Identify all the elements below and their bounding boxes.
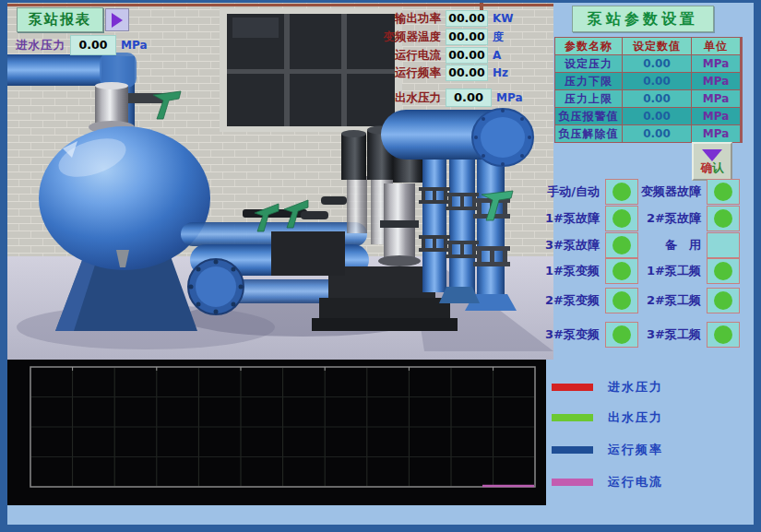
confirm-button[interactable]: 确认 bbox=[692, 142, 732, 181]
param-row-unit: MPa bbox=[692, 55, 740, 72]
trend-chart-grid bbox=[7, 360, 546, 505]
legend-inlet-pressure: 进水压力 bbox=[552, 380, 663, 395]
status-lamp bbox=[714, 325, 732, 344]
legend-outlet-pressure: 出水压力 bbox=[552, 410, 663, 425]
run-current-unit: A bbox=[493, 49, 501, 62]
legend-swatch bbox=[552, 446, 593, 454]
param-row-value[interactable]: 0.00 bbox=[623, 73, 691, 89]
status-lamp-box bbox=[707, 232, 740, 258]
param-row-unit: MPa bbox=[692, 90, 740, 107]
param-row-name: 压力下限 bbox=[555, 73, 622, 89]
output-power-readout: 输出功率 00.00 KW bbox=[382, 10, 514, 27]
run-current-label: 运行电流 bbox=[382, 48, 441, 64]
legend-run-frequency: 运行频率 bbox=[552, 443, 663, 457]
param-table: 参数名称 设定数值 单位 设定压力 0.00 MPa 压力下限 0.00 MPa… bbox=[554, 37, 743, 143]
status-lamp-box bbox=[707, 322, 740, 348]
status-lamp bbox=[714, 183, 732, 201]
header-pipe bbox=[381, 109, 533, 166]
pump-motor-1 bbox=[341, 130, 366, 180]
param-row-unit: MPa bbox=[692, 73, 740, 89]
run-current-value: 00.00 bbox=[446, 47, 488, 64]
status-spare: 备 用 bbox=[612, 232, 740, 258]
inverter-temp-value: 00.00 bbox=[446, 29, 488, 45]
param-col-name: 参数名称 bbox=[555, 38, 622, 54]
param-row-value[interactable]: 0.00 bbox=[623, 55, 691, 72]
param-row-name: 负压报警值 bbox=[555, 108, 622, 124]
window bbox=[220, 8, 402, 132]
status-pump1-mains: 1#泵工频 bbox=[612, 258, 740, 284]
silver-vent bbox=[89, 82, 135, 134]
run-freq-label: 运行频率 bbox=[382, 65, 441, 81]
inlet-pressure-label: 进水压力 bbox=[10, 38, 65, 53]
status-lamp-box bbox=[707, 288, 740, 313]
status-lamp bbox=[714, 262, 732, 280]
param-col-value: 设定数值 bbox=[623, 38, 691, 54]
pump-column-1 bbox=[347, 176, 367, 233]
status-lamp bbox=[714, 291, 732, 310]
param-row-unit: MPa bbox=[692, 125, 740, 142]
output-power-value: 00.00 bbox=[446, 10, 488, 27]
inverter-temp-readout: 变频器温度 00.00 度 bbox=[382, 29, 504, 45]
play-icon[interactable] bbox=[105, 8, 129, 31]
status-pump2-mains: 2#泵工频 bbox=[612, 288, 740, 313]
output-power-label: 输出功率 bbox=[382, 11, 441, 27]
frame-left bbox=[0, 0, 7, 532]
param-row-name: 负压解除值 bbox=[555, 125, 622, 142]
inverter-temp-label: 变频器温度 bbox=[382, 30, 441, 45]
inlet-pressure-value: 0.00 bbox=[70, 35, 116, 55]
param-row-value[interactable]: 0.00 bbox=[623, 90, 691, 107]
run-freq-value: 00.00 bbox=[446, 65, 488, 81]
legend-swatch bbox=[552, 414, 593, 421]
status-vfd-fault: 变频器故障 bbox=[612, 179, 740, 205]
status-lamp bbox=[714, 209, 732, 228]
report-button-label[interactable]: 泵站报表 bbox=[17, 7, 103, 32]
confirm-label: 确认 bbox=[701, 161, 724, 174]
confirm-down-icon bbox=[702, 149, 722, 161]
param-row-value[interactable]: 0.00 bbox=[623, 125, 691, 142]
hmi-screen: 泵站报表 进水压力 0.00 MPa 输出功率 00.00 KW 变频器温度 0… bbox=[0, 0, 761, 532]
legend-swatch bbox=[552, 384, 593, 391]
status-lamp-box bbox=[707, 179, 740, 205]
status-pump3-mains: 3#泵工频 bbox=[612, 322, 740, 348]
inlet-pressure-readout: 进水压力 0.00 MPa bbox=[10, 35, 148, 55]
param-row-value[interactable]: 0.00 bbox=[623, 108, 691, 124]
legend-run-current: 运行电流 bbox=[552, 475, 663, 490]
run-freq-readout: 运行频率 00.00 Hz bbox=[382, 65, 508, 81]
param-row-name: 压力上限 bbox=[555, 90, 622, 107]
status-pump2-fault: 2#泵故障 bbox=[612, 206, 740, 231]
frame-bottom bbox=[0, 525, 761, 532]
run-current-readout: 运行电流 00.00 A bbox=[382, 47, 501, 64]
outlet-pressure-value: 0.00 bbox=[446, 89, 492, 107]
param-row-unit: MPa bbox=[692, 108, 740, 124]
trend-chart bbox=[7, 360, 546, 505]
run-freq-unit: Hz bbox=[493, 66, 508, 79]
status-lamp-box bbox=[707, 258, 740, 284]
param-col-unit: 单位 bbox=[692, 38, 740, 54]
inverter-temp-unit: 度 bbox=[493, 30, 504, 45]
params-title: 泵站参数设置 bbox=[572, 6, 714, 32]
outlet-pressure-unit: MPa bbox=[496, 91, 523, 104]
report-button[interactable]: 泵站报表 bbox=[17, 7, 129, 32]
outlet-pressure-label: 出水压力 bbox=[382, 90, 441, 106]
output-power-unit: KW bbox=[493, 12, 514, 25]
frame-right bbox=[754, 0, 761, 532]
inlet-pressure-unit: MPa bbox=[121, 39, 148, 52]
legend-swatch bbox=[552, 479, 593, 486]
param-row-name: 设定压力 bbox=[555, 55, 622, 72]
roofline bbox=[7, 4, 553, 6]
frame-top bbox=[0, 0, 761, 3]
status-lamp-box bbox=[707, 206, 740, 231]
outlet-pressure-readout: 出水压力 0.00 MPa bbox=[382, 89, 523, 107]
